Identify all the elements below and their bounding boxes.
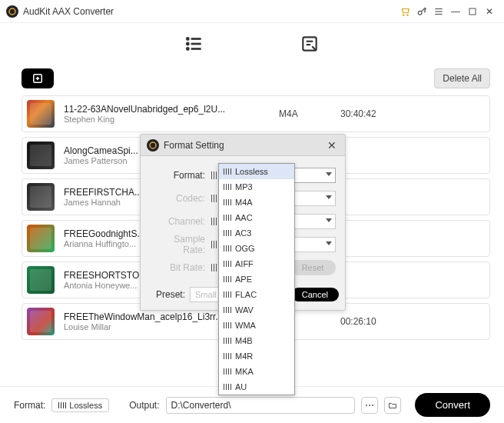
cart-icon[interactable] [396,3,413,20]
codec-field-label: Codec: [150,193,211,204]
option-icon [224,307,231,313]
svg-point-8 [187,38,188,39]
dropdown-option[interactable]: MP3 [219,179,294,195]
svg-point-20 [150,142,156,148]
option-icon [224,368,231,375]
svg-point-10 [187,43,188,45]
list-item[interactable]: 11-22-63ANovelUnabridged_ep6_l2U... Step… [22,95,490,132]
browse-folder-button[interactable] [384,397,401,414]
option-icon [224,215,231,221]
item-duration: 30:40:42 [340,108,417,119]
svg-point-2 [407,15,408,15]
minimize-button[interactable]: — [447,3,464,20]
format-value: Lossless [69,401,102,410]
dropdown-option[interactable]: MKA [219,364,294,379]
convert-button[interactable]: Convert [415,393,490,417]
maximize-button[interactable] [464,3,481,20]
thumbnail [27,266,55,294]
action-bar: Delete All [0,65,504,92]
dropdown-option[interactable]: AU [219,379,294,395]
option-icon [224,184,231,190]
svg-point-0 [9,8,15,15]
dropdown-option[interactable]: AIFF [219,256,294,271]
format-label: Format: [14,400,45,411]
svg-point-1 [403,15,404,15]
thumbnail [27,308,55,335]
dialog-title: Format Setting [164,140,325,151]
app-logo-icon [6,5,18,18]
option-icon [224,353,231,359]
format-chip[interactable]: Lossless [51,398,109,412]
option-icon [224,276,231,282]
preset-label: Preset: [156,289,185,300]
app-title: AudKit AAX Converter [23,6,396,17]
key-icon[interactable] [413,3,430,20]
titlebar: AudKit AAX Converter — ✕ [0,0,504,23]
dropdown-option[interactable]: WAV [219,302,294,318]
thumbnail [27,100,55,128]
item-format: M4A [279,108,340,119]
option-icon [224,384,231,390]
dropdown-option[interactable]: M4R [219,348,294,364]
option-icon [224,230,231,236]
item-duration: 00:26:10 [340,316,417,327]
svg-point-3 [418,11,422,15]
dialog-close-button[interactable]: ✕ [325,139,339,152]
thumbnail [27,225,55,252]
item-author: Stephen King [64,115,279,124]
output-path-input[interactable]: D:\Converterd\ [166,397,356,414]
output-label: Output: [129,400,159,411]
format-dropdown: Lossless MP3 M4A AAC AC3 OGG AIFF APE FL… [218,163,295,395]
dropdown-option[interactable]: FLAC [219,287,294,302]
format-icon [58,402,66,408]
dropdown-option[interactable]: AC3 [219,225,294,241]
option-icon [224,168,231,175]
format-field-label: Format: [150,170,211,181]
option-icon [224,322,231,328]
list-view-icon[interactable] [183,32,206,55]
svg-point-12 [187,48,188,49]
dropdown-option[interactable]: WMA [219,318,294,333]
close-button[interactable]: ✕ [481,3,498,20]
bit-rate-field-label: Bit Rate: [150,262,211,273]
thumbnail [27,142,55,169]
item-title: 11-22-63ANovelUnabridged_ep6_l2U... [64,104,279,115]
more-output-button[interactable]: ⋯ [361,397,378,414]
dropdown-option[interactable]: OGG [219,241,294,256]
svg-rect-7 [469,8,476,15]
option-icon [224,199,231,205]
option-icon [224,245,231,251]
sample-rate-field-label: Sample Rate: [150,234,211,255]
edit-view-icon[interactable] [298,32,321,55]
reset-button[interactable]: Reset [290,260,336,275]
add-file-button[interactable] [22,68,54,88]
dropdown-option[interactable]: APE [219,271,294,287]
dialog-header: Format Setting ✕ [141,135,345,156]
option-icon [224,291,231,298]
channel-field-label: Channel: [150,216,211,227]
dialog-logo-icon [147,139,159,152]
view-switch-bar [0,23,504,65]
thumbnail [27,183,55,211]
delete-all-button[interactable]: Delete All [434,68,490,88]
option-icon [224,338,231,344]
dropdown-option[interactable]: Lossless [219,164,294,179]
cancel-button[interactable]: Cancel [291,288,339,301]
dropdown-option[interactable]: AAC [219,210,294,225]
dropdown-option[interactable]: M4A [219,195,294,210]
menu-icon[interactable] [430,3,447,20]
dropdown-option[interactable]: M4B [219,333,294,348]
option-icon [224,261,231,267]
